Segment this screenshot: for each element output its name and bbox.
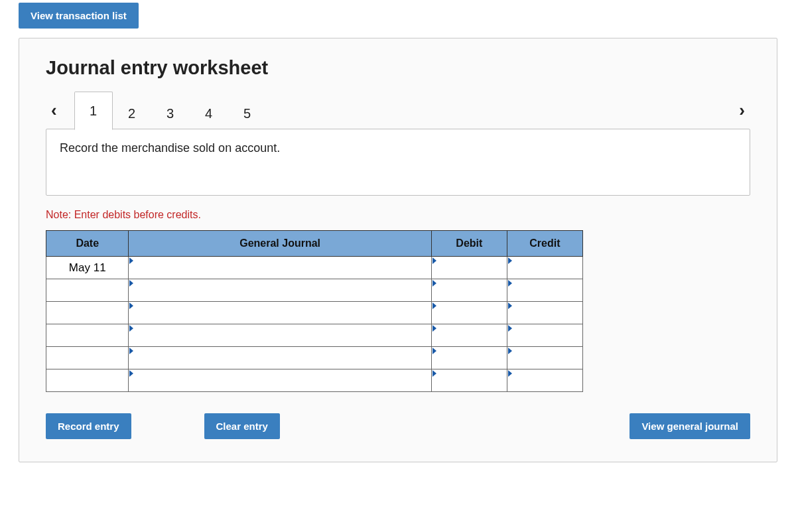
cell-general-journal[interactable] [129,347,431,369]
cell-debit[interactable] [431,324,507,347]
header-debit: Debit [431,231,507,257]
tab-3[interactable]: 3 [151,98,190,129]
view-general-journal-button[interactable]: View general journal [630,413,750,439]
chevron-right-icon[interactable]: › [734,100,750,121]
cell-credit[interactable] [507,257,582,279]
cell-debit[interactable] [431,347,507,369]
tab-1[interactable]: 1 [74,92,113,130]
cell-date[interactable] [46,347,129,369]
cell-general-journal[interactable] [129,369,431,392]
worksheet-panel: Journal entry worksheet ‹ 12345 › Record… [19,38,777,462]
cell-date[interactable] [46,302,129,324]
cell-general-journal[interactable] [129,257,431,279]
cell-date[interactable]: May 11 [46,257,129,279]
journal-entry-table: Date General Journal Debit Credit May 11 [46,230,583,392]
record-entry-button[interactable]: Record entry [46,413,131,439]
page-title: Journal entry worksheet [46,57,750,79]
cell-general-journal[interactable] [129,279,431,302]
cell-credit[interactable] [507,369,582,392]
cell-credit[interactable] [507,302,582,324]
table-row [46,302,583,324]
tab-5[interactable]: 5 [228,98,267,129]
cell-date[interactable] [46,324,129,347]
table-row: May 11 [46,257,583,279]
header-credit: Credit [507,231,582,257]
table-row [46,369,583,392]
table-row [46,279,583,302]
cell-debit[interactable] [431,257,507,279]
instruction-box: Record the merchandise sold on account. [46,129,750,196]
view-transaction-list-button[interactable]: View transaction list [19,3,139,29]
tab-4[interactable]: 4 [190,98,228,129]
clear-entry-button[interactable]: Clear entry [204,413,280,439]
tab-2[interactable]: 2 [113,98,151,129]
note-text: Note: Enter debits before credits. [46,209,750,221]
instruction-text: Record the merchandise sold on account. [60,141,280,155]
table-row [46,324,583,347]
cell-credit[interactable] [507,324,582,347]
chevron-left-icon[interactable]: ‹ [46,100,62,121]
cell-debit[interactable] [431,279,507,302]
cell-date[interactable] [46,369,129,392]
cell-debit[interactable] [431,302,507,324]
cell-general-journal[interactable] [129,324,431,347]
cell-credit[interactable] [507,279,582,302]
cell-debit[interactable] [431,369,507,392]
table-row [46,347,583,369]
cell-date[interactable] [46,279,129,302]
header-date: Date [46,231,129,257]
tab-list: 12345 [74,91,267,129]
header-general-journal: General Journal [129,231,431,257]
cell-credit[interactable] [507,347,582,369]
cell-general-journal[interactable] [129,302,431,324]
